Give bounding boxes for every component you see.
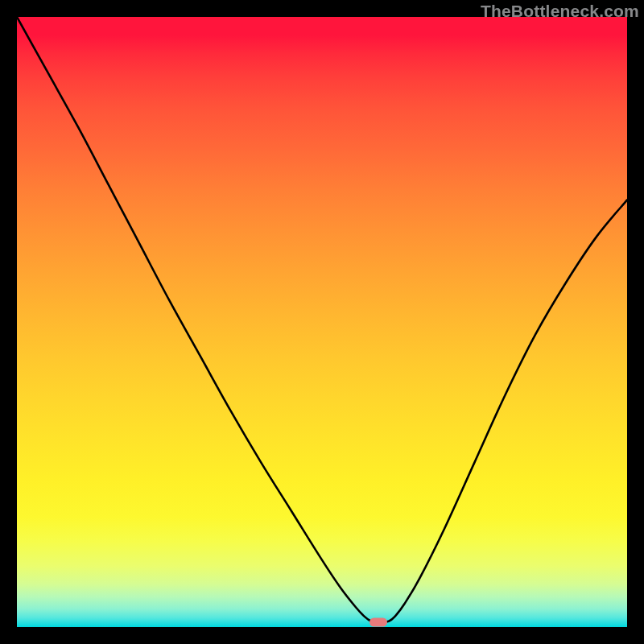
bottleneck-curve xyxy=(17,17,627,627)
optimal-marker xyxy=(369,617,387,626)
chart-frame: TheBottleneck.com xyxy=(0,0,644,644)
watermark-text: TheBottleneck.com xyxy=(481,2,639,21)
chart-plot-area xyxy=(17,17,627,627)
